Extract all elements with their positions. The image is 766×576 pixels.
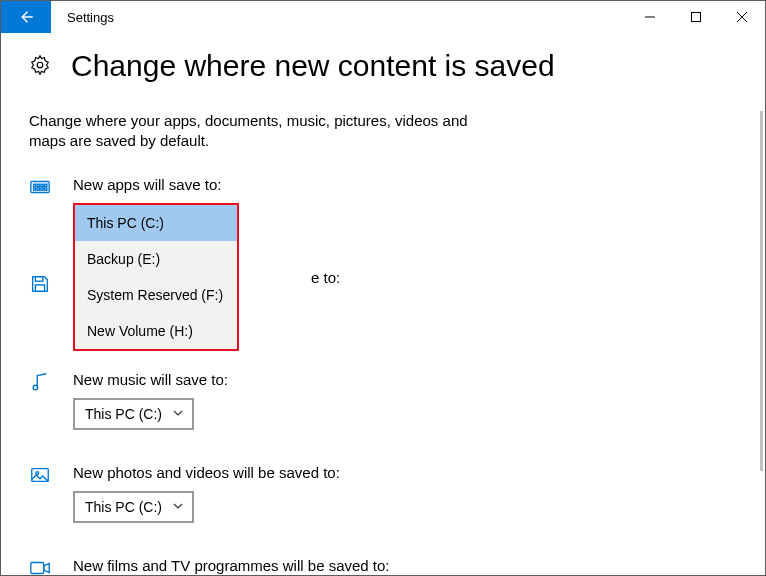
svg-point-4 [37,62,43,68]
save-icon [29,273,51,298]
svg-rect-13 [45,187,47,189]
close-button[interactable] [719,1,765,33]
apps-label: New apps will save to: [73,176,737,193]
svg-rect-7 [37,184,39,186]
chevron-down-icon [172,499,184,515]
svg-rect-9 [45,184,47,186]
page-description: Change where your apps, documents, music… [29,111,469,152]
photos-combo[interactable]: This PC (C:) [73,491,194,523]
gear-icon [29,54,51,79]
dropdown-item-backup[interactable]: Backup (E:) [75,241,237,277]
window-controls [627,1,765,33]
content-area: Change where new content is saved Change… [1,33,765,575]
page-title: Change where new content is saved [71,49,555,83]
svg-rect-8 [41,184,43,186]
setting-row-films: New films and TV programmes will be save… [29,557,737,576]
dropdown-item-system-reserved[interactable]: System Reserved (F:) [75,277,237,313]
photos-icon [29,464,51,489]
svg-rect-12 [41,187,43,189]
setting-row-photos: New photos and videos will be saved to: … [29,464,737,547]
setting-row-music: New music will save to: This PC (C:) [29,371,737,454]
maximize-button[interactable] [673,1,719,33]
svg-rect-19 [31,562,44,573]
music-combo[interactable]: This PC (C:) [73,398,194,430]
svg-rect-10 [34,187,36,189]
music-label: New music will save to: [73,371,737,388]
svg-rect-11 [37,187,39,189]
svg-rect-1 [692,13,701,22]
svg-rect-14 [35,276,42,281]
films-label: New films and TV programmes will be save… [73,557,737,574]
minimize-button[interactable] [627,1,673,33]
dropdown-list: This PC (C:) Backup (E:) System Reserved… [73,203,239,351]
svg-rect-6 [34,184,36,186]
titlebar: Settings [1,1,765,33]
apps-dropdown-open: This PC (C:) Backup (E:) System Reserved… [73,203,737,351]
back-button[interactable] [1,1,51,33]
music-combo-value: This PC (C:) [85,406,162,422]
apps-icon [29,176,51,201]
setting-row-apps: New apps will save to: This PC (C:) Back… [29,176,737,361]
scrollbar[interactable] [760,111,763,471]
dropdown-item-this-pc[interactable]: This PC (C:) [75,205,237,241]
svg-rect-15 [35,284,44,290]
video-icon [29,557,51,576]
photos-label: New photos and videos will be saved to: [73,464,737,481]
music-icon [29,371,51,396]
window-title: Settings [51,1,627,33]
dropdown-item-new-volume[interactable]: New Volume (H:) [75,313,237,349]
chevron-down-icon [172,406,184,422]
photos-combo-value: This PC (C:) [85,499,162,515]
documents-label-partial: e to: [311,269,340,286]
page-header: Change where new content is saved [29,49,737,83]
